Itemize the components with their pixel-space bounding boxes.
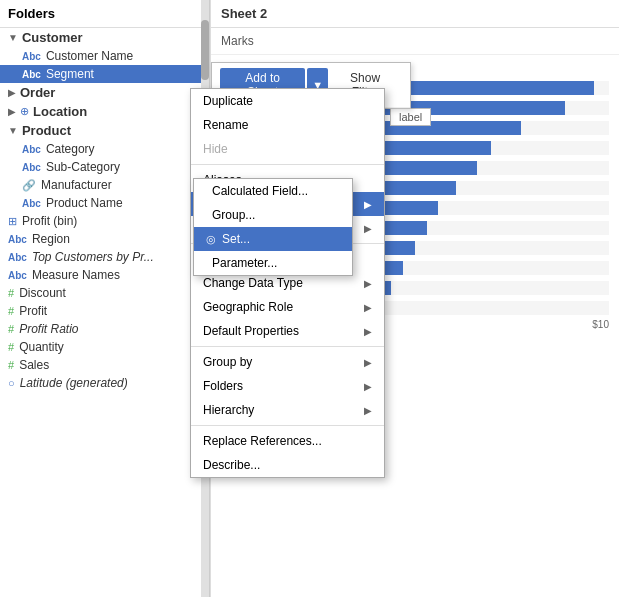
- menu-separator-3: [191, 346, 384, 347]
- abc-icon: Abc: [8, 270, 27, 281]
- field-sales[interactable]: # Sales: [0, 356, 209, 374]
- field-measure-names[interactable]: Abc Measure Names: [0, 266, 209, 284]
- folder-product[interactable]: ▼ Product: [0, 121, 209, 140]
- hash-icon: #: [8, 341, 14, 353]
- submenu-parameter[interactable]: Parameter...: [194, 251, 352, 275]
- field-label: Top Customers by Pr...: [32, 250, 154, 264]
- field-latitude[interactable]: ○ Latitude (generated): [0, 374, 209, 392]
- label-area: label: [390, 108, 431, 126]
- field-label: Segment: [46, 67, 94, 81]
- submenu-arrow: ▶: [364, 199, 372, 210]
- axis-end: $10: [592, 319, 609, 330]
- menu-hide: Hide: [191, 137, 384, 161]
- abc-icon: Abc: [8, 252, 27, 263]
- folder-label: Product: [22, 123, 71, 138]
- submenu-calc-field[interactable]: Calculated Field...: [194, 179, 352, 203]
- field-segment[interactable]: Abc Segment: [0, 65, 209, 83]
- field-product-name[interactable]: Abc Product Name: [0, 194, 209, 212]
- field-label: Discount: [19, 286, 66, 300]
- menu-separator-4: [191, 425, 384, 426]
- field-region[interactable]: Abc Region: [0, 230, 209, 248]
- panel-header: Folders: [0, 0, 209, 28]
- create-submenu: Calculated Field... Group... ◎ Set... Pa…: [193, 178, 353, 276]
- field-manufacturer[interactable]: 🔗 Manufacturer: [0, 176, 209, 194]
- link-icon: 🔗: [22, 179, 36, 192]
- menu-replace-refs[interactable]: Replace References...: [191, 429, 384, 453]
- submenu-arrow: ▶: [364, 326, 372, 337]
- submenu-set[interactable]: ◎ Set...: [194, 227, 352, 251]
- hash-icon: #: [8, 305, 14, 317]
- left-panel: Folders ▼ Customer Abc Customer Name Abc…: [0, 0, 210, 597]
- abc-icon: Abc: [22, 144, 41, 155]
- geo-icon: ○: [8, 377, 15, 389]
- folder-label: Location: [33, 104, 87, 119]
- marks-area: Marks: [211, 28, 619, 55]
- sheet-header: Sheet 2: [211, 0, 619, 28]
- field-customer-name[interactable]: Abc Customer Name: [0, 47, 209, 65]
- measure-icon: ⊞: [8, 215, 17, 228]
- chevron-icon: ▼: [8, 32, 18, 43]
- menu-separator-1: [191, 164, 384, 165]
- field-label: Sales: [19, 358, 49, 372]
- folder-location[interactable]: ▶ ⊕ Location: [0, 102, 209, 121]
- abc-icon: Abc: [22, 162, 41, 173]
- folder-order[interactable]: ▶ Order: [0, 83, 209, 102]
- menu-folders[interactable]: Folders ▶: [191, 374, 384, 398]
- field-label: Customer Name: [46, 49, 133, 63]
- menu-hierarchy[interactable]: Hierarchy ▶: [191, 398, 384, 422]
- menu-rename[interactable]: Rename: [191, 113, 384, 137]
- hash-icon: #: [8, 287, 14, 299]
- submenu-arrow: ▶: [364, 223, 372, 234]
- field-label: Profit Ratio: [19, 322, 78, 336]
- field-profit-bin[interactable]: ⊞ Profit (bin): [0, 212, 209, 230]
- field-label: Quantity: [19, 340, 64, 354]
- chevron-icon: ▶: [8, 106, 16, 117]
- submenu-arrow: ▶: [364, 278, 372, 289]
- submenu-arrow: ▶: [364, 302, 372, 313]
- hash-icon: #: [8, 323, 14, 335]
- set-icon: ◎: [206, 233, 216, 246]
- field-label: Manufacturer: [41, 178, 112, 192]
- field-top-customers[interactable]: Abc Top Customers by Pr...: [0, 248, 209, 266]
- abc-icon: Abc: [22, 69, 41, 80]
- field-quantity[interactable]: # Quantity: [0, 338, 209, 356]
- hash-icon: #: [8, 359, 14, 371]
- menu-describe[interactable]: Describe...: [191, 453, 384, 477]
- menu-default-props[interactable]: Default Properties ▶: [191, 319, 384, 343]
- submenu-arrow: ▶: [364, 357, 372, 368]
- menu-duplicate[interactable]: Duplicate: [191, 89, 384, 113]
- field-label: Measure Names: [32, 268, 120, 282]
- field-category[interactable]: Abc Category: [0, 140, 209, 158]
- context-menu: Duplicate Rename Hide Aliases... Create …: [190, 88, 385, 478]
- abc-icon: Abc: [22, 51, 41, 62]
- folder-label: Customer: [22, 30, 83, 45]
- chevron-icon: ▶: [8, 87, 16, 98]
- menu-geo-role[interactable]: Geographic Role ▶: [191, 295, 384, 319]
- folder-label: Order: [20, 85, 55, 100]
- scroll-thumb[interactable]: [201, 20, 209, 80]
- geo-icon: ⊕: [20, 105, 29, 118]
- submenu-group[interactable]: Group...: [194, 203, 352, 227]
- menu-group-by[interactable]: Group by ▶: [191, 350, 384, 374]
- field-label: Region: [32, 232, 70, 246]
- chevron-icon: ▼: [8, 125, 18, 136]
- field-profit-ratio[interactable]: # Profit Ratio: [0, 320, 209, 338]
- submenu-arrow: ▶: [364, 405, 372, 416]
- field-label: Profit (bin): [22, 214, 77, 228]
- field-label: Latitude (generated): [20, 376, 128, 390]
- field-label: Sub-Category: [46, 160, 120, 174]
- submenu-arrow: ▶: [364, 381, 372, 392]
- field-label: Product Name: [46, 196, 123, 210]
- field-label: Profit: [19, 304, 47, 318]
- field-profit[interactable]: # Profit: [0, 302, 209, 320]
- folder-customer[interactable]: ▼ Customer: [0, 28, 209, 47]
- field-discount[interactable]: # Discount: [0, 284, 209, 302]
- abc-icon: Abc: [22, 198, 41, 209]
- field-subcategory[interactable]: Abc Sub-Category: [0, 158, 209, 176]
- field-label: Category: [46, 142, 95, 156]
- abc-icon: Abc: [8, 234, 27, 245]
